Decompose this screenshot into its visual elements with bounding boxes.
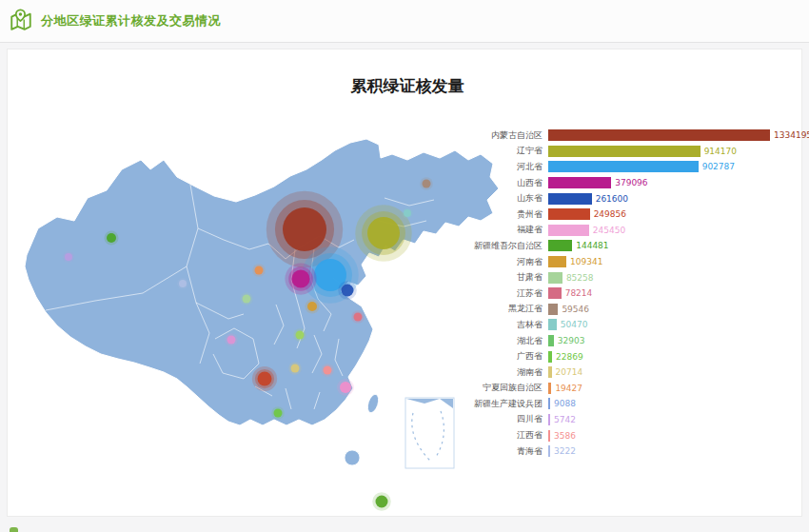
bar-value: 22869	[556, 352, 583, 362]
bar-label: 宁夏回族自治区	[423, 382, 548, 394]
bar-row: 内蒙古自治区1334195	[423, 128, 801, 144]
bar-value: 32903	[558, 336, 585, 345]
bar[interactable]	[548, 445, 550, 457]
bar[interactable]	[548, 161, 699, 172]
bar-value: 245450	[593, 226, 625, 235]
bar[interactable]	[548, 304, 558, 315]
hainan-island	[345, 450, 360, 465]
bar-label: 内蒙古自治区	[423, 129, 548, 142]
bar-row: 江苏省78214	[423, 286, 801, 302]
bar-row: 福建省245450	[423, 223, 801, 239]
bar-value: 379096	[615, 178, 647, 187]
map-bubble[interactable]	[342, 285, 354, 297]
bar-value: 20714	[556, 367, 583, 377]
map-bubble[interactable]	[324, 366, 332, 375]
bar-label: 新疆生产建设兵团	[423, 398, 548, 410]
bar-value: 85258	[566, 273, 594, 283]
bar[interactable]	[548, 146, 700, 157]
chart-title: 累积绿证核发量	[8, 75, 807, 97]
bar-label: 黑龙江省	[423, 303, 548, 315]
bar[interactable]	[548, 319, 557, 330]
bar-label: 山东省	[423, 192, 548, 205]
bar-label: 四川省	[423, 413, 548, 425]
bar-row: 江西省3586	[423, 427, 801, 443]
map-bubble[interactable]	[367, 217, 400, 249]
bar-row: 吉林省50470	[423, 317, 801, 333]
bar-row: 宁夏回族自治区19427	[423, 381, 801, 397]
bar-row: 贵州省249856	[423, 207, 801, 223]
bar-row: 山西省379096	[423, 175, 801, 191]
bar-row: 湖南省20714	[423, 365, 801, 381]
taiwan-island	[365, 393, 381, 414]
map-bubble[interactable]	[296, 331, 305, 340]
bar-row: 甘肃省85258	[423, 269, 801, 286]
bar-chart: 内蒙古自治区1334195辽宁省914170河北省902787山西省379096…	[423, 128, 801, 459]
bar-value: 902787	[702, 162, 735, 171]
bar-row: 河北省902787	[423, 159, 801, 175]
bar[interactable]	[548, 240, 572, 251]
map-bubble[interactable]	[255, 266, 264, 275]
bar-label: 河南省	[423, 256, 548, 268]
map-bubble[interactable]	[227, 336, 236, 345]
bar-value: 261600	[596, 194, 628, 204]
bar[interactable]	[548, 398, 550, 409]
bar[interactable]	[548, 335, 554, 346]
bar-value: 50470	[561, 320, 588, 329]
map-bubble[interactable]	[283, 207, 326, 251]
bar-row: 四川省5742	[423, 412, 801, 428]
bar[interactable]	[548, 193, 592, 205]
map-bubble[interactable]	[354, 313, 363, 322]
next-section-icon-partial	[10, 527, 18, 532]
map-bubble[interactable]	[65, 253, 72, 261]
bar-row: 新疆维吾尔自治区144481	[423, 238, 801, 254]
bar[interactable]	[548, 129, 770, 141]
bar-label: 辽宁省	[423, 145, 548, 157]
bar-value: 109341	[570, 257, 602, 266]
bar[interactable]	[548, 366, 552, 378]
bar-label: 江苏省	[423, 287, 548, 300]
bar-value: 59546	[562, 305, 589, 314]
map-bubble[interactable]	[274, 409, 283, 418]
bar[interactable]	[548, 383, 551, 394]
map-bubble[interactable]	[179, 280, 187, 287]
bar-value: 1334195	[774, 130, 809, 140]
bar-label: 新疆维吾尔自治区	[423, 240, 548, 252]
bar-label: 山西省	[423, 177, 548, 189]
bar-value: 78214	[565, 288, 593, 298]
map-bubble[interactable]	[292, 270, 310, 288]
bar[interactable]	[548, 177, 611, 188]
map-bubble[interactable]	[307, 302, 317, 311]
map-bubble[interactable]	[107, 233, 116, 243]
map-bubble[interactable]	[243, 295, 251, 304]
bar-value: 19427	[555, 384, 582, 393]
bar[interactable]	[548, 287, 562, 299]
bar-row: 新疆生产建设兵团9088	[423, 396, 801, 412]
bar-label: 吉林省	[423, 319, 548, 331]
bar[interactable]	[548, 414, 550, 425]
map-bubble[interactable]	[376, 496, 388, 508]
bar[interactable]	[548, 256, 566, 267]
map-bubble[interactable]	[291, 365, 300, 373]
bar-row: 山东省261600	[423, 190, 801, 207]
bar[interactable]	[548, 430, 550, 442]
chart-panel: 累积绿证核发量 内蒙古自治区1334195辽宁省914170河北省902787山…	[7, 49, 802, 517]
bar[interactable]	[548, 225, 589, 236]
bar-label: 湖南省	[423, 366, 548, 379]
bar[interactable]	[548, 351, 552, 363]
bar-value: 5742	[554, 415, 576, 424]
bar[interactable]	[548, 208, 590, 220]
bar-label: 贵州省	[423, 208, 548, 221]
bar-value: 3586	[554, 431, 576, 441]
map-bubble[interactable]	[340, 382, 351, 393]
bar-value: 144481	[576, 241, 608, 250]
bar-label: 湖北省	[423, 335, 548, 347]
bar-value: 249856	[594, 209, 626, 219]
bar-row: 湖北省32903	[423, 333, 801, 349]
map-bubble[interactable]	[258, 372, 272, 386]
bar-row: 辽宁省914170	[423, 144, 801, 160]
bar-row: 广西省22869	[423, 348, 801, 365]
bar[interactable]	[548, 272, 562, 284]
map-bubble[interactable]	[404, 209, 411, 217]
bar-value: 9088	[554, 399, 576, 408]
bar-label: 青海省	[423, 445, 548, 458]
